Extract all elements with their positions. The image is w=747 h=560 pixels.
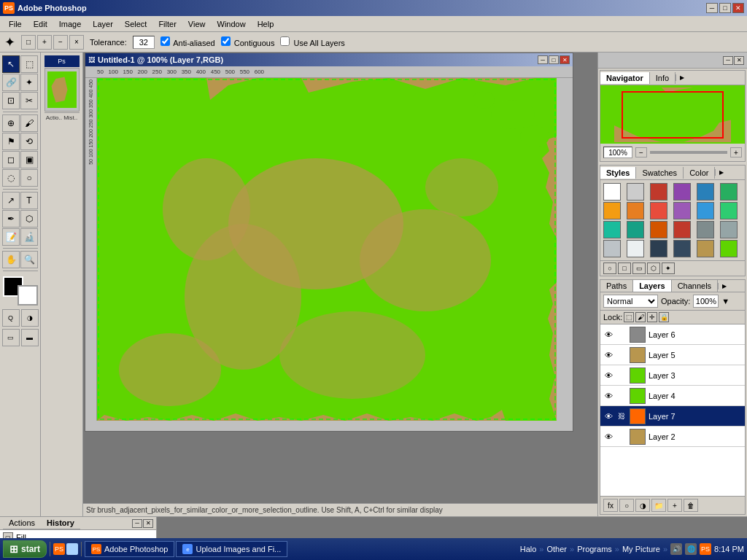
panel-minimize-btn[interactable]: ─ <box>723 56 733 65</box>
layer-item-7[interactable]: 👁 ⛓ Layer 7 <box>600 406 745 427</box>
background-color[interactable] <box>18 285 38 306</box>
panel-close-btn[interactable]: ✕ <box>734 56 744 65</box>
layer-adjustment-btn[interactable]: ◑ <box>635 499 650 512</box>
style-swatch-11[interactable] <box>697 202 714 219</box>
text-tool[interactable]: T <box>20 192 38 209</box>
lock-all-btn[interactable]: 🔒 <box>659 312 669 322</box>
style-swatch-18[interactable] <box>720 221 738 238</box>
start-button[interactable]: ⊞ start <box>3 540 47 558</box>
layer-2-visibility[interactable]: 👁 <box>603 432 614 442</box>
subtract-selection-btn[interactable]: − <box>53 35 68 50</box>
menu-edit[interactable]: Edit <box>28 18 53 30</box>
style-swatch-19[interactable] <box>603 240 621 257</box>
zoom-tool[interactable]: 🔍 <box>20 251 38 268</box>
menu-window[interactable]: Window <box>212 18 252 30</box>
lasso-tool[interactable]: 🔗 <box>2 74 20 91</box>
taskbar-photoshop[interactable]: PS Adobe Photoshop <box>85 541 174 557</box>
layers-menu-btn[interactable]: ▶ <box>718 283 729 289</box>
shape-tool[interactable]: ⬡ <box>20 210 38 228</box>
tolerance-input[interactable] <box>133 36 155 49</box>
doc-close-btn[interactable]: ✕ <box>560 55 570 64</box>
color-tab[interactable]: Color <box>684 167 715 179</box>
style-swatch-3[interactable] <box>650 183 667 201</box>
lock-image-btn[interactable]: 🖌 <box>635 312 646 322</box>
menu-file[interactable]: File <box>3 18 28 30</box>
style-swatch-14[interactable] <box>627 221 644 238</box>
doc-restore-btn[interactable]: □ <box>549 55 559 64</box>
style-swatch-8[interactable] <box>627 202 644 219</box>
magic-wand-icon[interactable]: ✦ <box>4 34 15 50</box>
menu-help[interactable]: Help <box>252 18 280 30</box>
opacity-input[interactable] <box>693 295 719 308</box>
doc-minimize-btn[interactable]: ─ <box>538 55 548 64</box>
style-swatch-15[interactable] <box>650 221 667 238</box>
style-swatch-5[interactable] <box>697 183 714 201</box>
blur-tool[interactable]: ◌ <box>2 169 20 187</box>
lock-transparent-btn[interactable]: ⬚ <box>624 312 634 322</box>
history-brush-tool[interactable]: ⟲ <box>20 133 38 150</box>
style-swatch-17[interactable] <box>697 221 714 238</box>
zoom-input[interactable] <box>603 147 632 158</box>
layer-6-visibility[interactable]: 👁 <box>603 330 614 340</box>
style-action-4[interactable]: ⬡ <box>647 262 660 274</box>
path-selection-tool[interactable]: ↗ <box>2 192 20 209</box>
zoom-in-btn[interactable]: + <box>730 147 742 158</box>
swatches-tab[interactable]: Swatches <box>636 167 684 179</box>
layer-item-4[interactable]: 👁 Layer 4 <box>600 386 745 406</box>
style-swatch-16[interactable] <box>673 221 691 238</box>
zoom-slider[interactable] <box>650 151 727 154</box>
layer-item-5[interactable]: 👁 Layer 5 <box>600 345 745 365</box>
add-selection-btn[interactable]: + <box>37 35 52 50</box>
styles-menu-btn[interactable]: ▶ <box>715 169 727 176</box>
style-action-2[interactable]: □ <box>618 262 631 274</box>
style-swatch-7[interactable] <box>603 202 621 219</box>
layer-5-visibility[interactable]: 👁 <box>603 350 614 360</box>
style-swatch-2[interactable] <box>627 183 644 201</box>
style-swatch-21[interactable] <box>650 240 667 257</box>
style-swatch-10[interactable] <box>673 202 691 219</box>
navigator-tab[interactable]: Navigator <box>600 72 650 84</box>
taskbar-upload[interactable]: e Upload Images and Fi... <box>176 541 287 557</box>
zoom-out-btn[interactable]: − <box>635 147 647 158</box>
layer-fx-btn[interactable]: fx <box>603 499 618 512</box>
style-swatch-4[interactable] <box>673 183 691 201</box>
hand-tool[interactable]: ✋ <box>2 251 20 268</box>
menu-image[interactable]: Image <box>53 18 88 30</box>
layers-tab[interactable]: Layers <box>633 280 671 292</box>
style-swatch-20[interactable] <box>627 240 644 257</box>
style-action-5[interactable]: ✦ <box>662 262 675 274</box>
style-swatch-24[interactable] <box>720 240 738 257</box>
gradient-tool[interactable]: ▣ <box>20 151 38 168</box>
marquee-tool[interactable]: ⬚ <box>20 55 38 73</box>
layer-3-visibility[interactable]: 👁 <box>603 370 614 381</box>
paths-tab[interactable]: Paths <box>600 280 633 292</box>
layer-new-btn[interactable]: + <box>667 499 682 512</box>
notes-tool[interactable]: 📝 <box>2 228 20 246</box>
eraser-tool[interactable]: ◻ <box>2 151 20 168</box>
full-screen[interactable]: ▬ <box>21 329 39 346</box>
menu-layer[interactable]: Layer <box>87 18 119 30</box>
style-swatch-6[interactable] <box>720 183 738 201</box>
info-tab[interactable]: Info <box>650 72 676 84</box>
style-swatch-13[interactable] <box>603 221 621 238</box>
layer-item-2[interactable]: 👁 Layer 2 <box>600 427 745 447</box>
magic-wand-tool[interactable]: ✦ <box>20 74 38 91</box>
layer-mask-btn[interactable]: ○ <box>619 499 634 512</box>
history-tab[interactable]: History <box>41 517 80 529</box>
navigator-menu-btn[interactable]: ▶ <box>676 74 687 81</box>
slice-tool[interactable]: ✂ <box>20 92 38 109</box>
layer-4-visibility[interactable]: 👁 <box>603 391 614 401</box>
brush-tool[interactable]: 🖌 <box>20 114 38 132</box>
blend-mode-select[interactable]: Normal <box>603 295 658 308</box>
minimize-button[interactable]: ─ <box>706 3 718 13</box>
pen-tool[interactable]: ✒ <box>2 210 20 228</box>
anti-aliased-checkbox[interactable] <box>160 36 170 46</box>
close-button[interactable]: ✕ <box>732 3 744 13</box>
new-selection-btn[interactable]: □ <box>21 35 36 50</box>
opacity-arrow[interactable]: ▼ <box>721 297 729 306</box>
style-swatch-23[interactable] <box>697 240 714 257</box>
style-action-1[interactable]: ○ <box>603 262 616 274</box>
history-close-btn[interactable]: ✕ <box>143 519 153 528</box>
channels-tab[interactable]: Channels <box>672 280 718 292</box>
history-minimize-btn[interactable]: ─ <box>132 519 142 528</box>
